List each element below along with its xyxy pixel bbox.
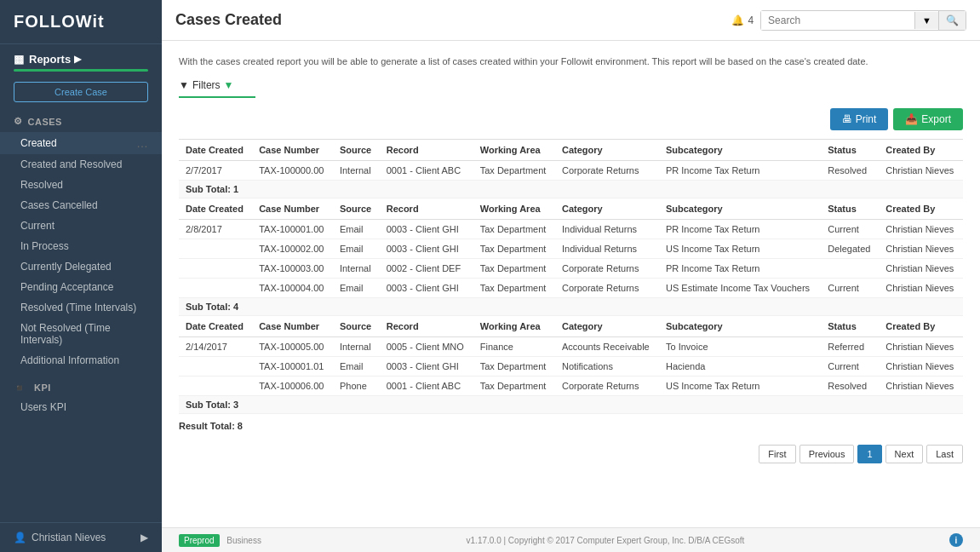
sidebar-item-label: Currently Delegated <box>20 261 112 273</box>
table-row: 2/8/2017TAX-100001.00Email0003 - Client … <box>179 219 963 239</box>
col-created-by: Created By <box>879 198 963 219</box>
first-page-button[interactable]: First <box>759 445 795 463</box>
sidebar-item-label: Resolved (Time Intervals) <box>20 302 136 313</box>
col-working-area: Working Area <box>473 139 555 160</box>
cases-section-header: ⚙ Cases <box>0 111 162 132</box>
reports-nav[interactable]: ▩ Reports ▶ <box>0 44 162 69</box>
filters-label: Filters <box>192 79 221 91</box>
action-buttons: 🖶 Print 📥 Export <box>179 108 963 130</box>
chevron-right-icon: ▶ <box>74 54 81 65</box>
previous-page-button[interactable]: Previous <box>799 445 855 463</box>
footer-version: v1.17.0.0 | Copyright © 2017 Computer Ex… <box>467 536 745 545</box>
col-created-by: Created By <box>879 139 963 160</box>
bell-icon: 🔔 <box>731 14 744 26</box>
export-icon: 📥 <box>905 113 918 125</box>
sidebar-item-not-resolved-time-intervals[interactable]: Not Resolved (Time Intervals) <box>0 318 162 350</box>
notification-count: 4 <box>748 14 754 26</box>
create-case-button[interactable]: Create Case <box>14 82 148 102</box>
sidebar-item-pending-acceptance[interactable]: Pending Acceptance <box>0 277 162 297</box>
search-filter-button[interactable]: ▼ <box>914 12 938 29</box>
col-category: Category <box>555 315 659 336</box>
col-date-created: Date Created <box>179 198 252 219</box>
filter-chevron-icon: ▼ <box>224 79 234 91</box>
sidebar-item-additional-information[interactable]: Additional Information <box>0 350 162 371</box>
col-source: Source <box>333 315 380 336</box>
print-icon: 🖶 <box>842 113 852 125</box>
sidebar-item-current[interactable]: Current <box>0 216 162 236</box>
top-bar-right: 🔔 4 ▼ 🔍 <box>731 10 966 31</box>
user-icon: 👤 <box>14 532 26 543</box>
sidebar-item-label: In Process <box>20 240 69 252</box>
result-total: Result Total: 8 <box>179 421 963 431</box>
chart-icon: ▩ <box>14 53 24 66</box>
content-area: With the cases created report you will b… <box>162 41 980 527</box>
col-category: Category <box>555 198 659 219</box>
logo: FOLLOWit <box>0 0 162 44</box>
user-chevron-icon: ▶ <box>140 532 148 543</box>
filters-bar: ▼ Filters ▼ <box>179 79 255 98</box>
group-header-row: Date CreatedCase NumberSourceRecordWorki… <box>179 315 963 336</box>
print-button[interactable]: 🖶 Print <box>830 108 889 130</box>
kpi-section-header: ◾ KPI <box>0 376 162 397</box>
preprod-badge: Preprod <box>179 534 220 547</box>
dots-icon: … <box>136 136 148 150</box>
current-page-button[interactable]: 1 <box>857 445 881 463</box>
table-row: 2/7/2017TAX-100000.00Internal0001 - Clie… <box>179 160 963 180</box>
sidebar-item-label: Additional Information <box>20 354 119 366</box>
notifications[interactable]: 🔔 4 <box>731 14 754 26</box>
col-source: Source <box>333 198 380 219</box>
content-footer: Preprod Business v1.17.0.0 | Copyright ©… <box>162 527 980 552</box>
table-row: TAX-100006.00Phone0001 - Client ABCTax D… <box>179 376 963 395</box>
subtotal-row: Sub Total: 4 <box>179 297 963 315</box>
sidebar-item-currently-delegated[interactable]: Currently Delegated <box>0 256 162 277</box>
sidebar-item-label: Created and Resolved <box>20 158 122 170</box>
filter-icon: ▼ <box>179 79 189 91</box>
col-status: Status <box>821 139 879 160</box>
col-record: Record <box>380 139 473 160</box>
sidebar-item-created[interactable]: Created… <box>0 132 162 154</box>
filters-button[interactable]: ▼ Filters ▼ <box>179 79 233 91</box>
info-icon[interactable]: i <box>949 533 963 547</box>
col-record: Record <box>380 198 473 219</box>
table-row: 2/14/2017TAX-100005.00Internal0005 - Cli… <box>179 336 963 356</box>
sidebar-item-created-and-resolved[interactable]: Created and Resolved <box>0 154 162 175</box>
sidebar-item-cases-cancelled[interactable]: Cases Cancelled <box>0 195 162 216</box>
col-status: Status <box>821 315 879 336</box>
col-source: Source <box>333 139 380 160</box>
sidebar-item-resolved-time-intervals[interactable]: Resolved (Time Intervals) <box>0 297 162 318</box>
top-bar: Cases Created 🔔 4 ▼ 🔍 <box>162 0 980 41</box>
col-working-area: Working Area <box>473 315 555 336</box>
search-input[interactable] <box>761 11 914 30</box>
report-table: Date CreatedCase NumberSourceRecordWorki… <box>179 139 963 414</box>
kpi-icon: ◾ <box>14 382 26 393</box>
reports-label: Reports <box>29 53 71 66</box>
reports-bar <box>14 69 148 72</box>
col-category: Category <box>555 139 659 160</box>
col-record: Record <box>380 315 473 336</box>
search-go-button[interactable]: 🔍 <box>938 11 966 30</box>
table-row: TAX-100002.00Email0003 - Client GHITax D… <box>179 239 963 258</box>
export-button[interactable]: 📥 Export <box>893 108 963 130</box>
col-date-created: Date Created <box>179 315 252 336</box>
last-page-button[interactable]: Last <box>926 445 963 463</box>
col-working-area: Working Area <box>473 198 555 219</box>
sidebar-item-label: Pending Acceptance <box>20 281 113 293</box>
col-case-number: Case Number <box>252 198 333 219</box>
sidebar-item-resolved[interactable]: Resolved <box>0 175 162 195</box>
sidebar-item-label: Current <box>20 220 54 232</box>
table-row: TAX-100004.00Email0003 - Client GHITax D… <box>179 278 963 297</box>
search-box: ▼ 🔍 <box>760 10 966 31</box>
footer-left: Preprod Business <box>179 536 261 545</box>
kpi-item-users-kpi[interactable]: Users KPI <box>0 397 162 417</box>
subtotal-row: Sub Total: 3 <box>179 395 963 413</box>
cases-icon: ⚙ <box>14 116 23 127</box>
sidebar-item-label: Not Resolved (Time Intervals) <box>20 322 148 346</box>
user-profile[interactable]: 👤 Christian Nieves ▶ <box>0 522 162 552</box>
col-status: Status <box>821 198 879 219</box>
sidebar-item-in-process[interactable]: In Process <box>0 236 162 256</box>
sidebar-item-label: Created <box>20 137 57 149</box>
user-name: Christian Nieves <box>32 532 106 543</box>
sidebar-item-label: Cases Cancelled <box>20 199 98 211</box>
subtotal-row: Sub Total: 1 <box>179 180 963 198</box>
next-page-button[interactable]: Next <box>885 445 924 463</box>
